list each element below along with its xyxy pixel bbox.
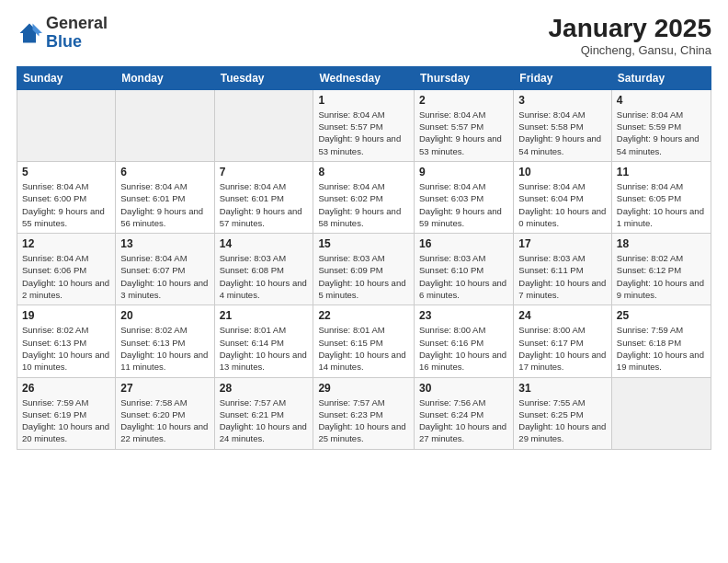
logo-icon bbox=[17, 20, 42, 46]
logo: General Blue bbox=[17, 15, 108, 52]
day-info: Sunrise: 8:03 AM Sunset: 6:11 PM Dayligh… bbox=[518, 252, 607, 301]
day-cell-w2-d5: 9Sunrise: 8:04 AM Sunset: 6:03 PM Daylig… bbox=[415, 161, 514, 233]
day-cell-w2-d6: 10Sunrise: 8:04 AM Sunset: 6:04 PM Dayli… bbox=[514, 161, 612, 233]
day-info: Sunrise: 8:04 AM Sunset: 6:01 PM Dayligh… bbox=[220, 180, 309, 229]
day-number: 31 bbox=[518, 382, 607, 395]
day-cell-w4-d5: 23Sunrise: 8:00 AM Sunset: 6:16 PM Dayli… bbox=[415, 305, 514, 377]
day-info: Sunrise: 8:00 AM Sunset: 6:17 PM Dayligh… bbox=[518, 324, 607, 373]
day-cell-w5-d2: 27Sunrise: 7:58 AM Sunset: 6:20 PM Dayli… bbox=[116, 377, 214, 449]
day-number: 18 bbox=[617, 237, 706, 250]
day-cell-w3-d2: 13Sunrise: 8:04 AM Sunset: 6:07 PM Dayli… bbox=[116, 234, 214, 305]
day-number: 28 bbox=[220, 382, 309, 395]
day-number: 5 bbox=[22, 166, 110, 178]
day-number: 30 bbox=[419, 382, 508, 395]
day-cell-w3-d1: 12Sunrise: 8:04 AM Sunset: 6:06 PM Dayli… bbox=[17, 234, 116, 305]
day-number: 3 bbox=[518, 94, 607, 107]
day-cell-w4-d1: 19Sunrise: 8:02 AM Sunset: 6:13 PM Dayli… bbox=[17, 305, 116, 377]
col-thursday: Thursday bbox=[415, 66, 514, 89]
day-number: 11 bbox=[617, 166, 706, 178]
day-info: Sunrise: 7:55 AM Sunset: 6:25 PM Dayligh… bbox=[518, 396, 607, 445]
day-number: 24 bbox=[518, 309, 607, 322]
day-number: 10 bbox=[518, 166, 607, 178]
day-number: 14 bbox=[220, 237, 309, 250]
day-number: 12 bbox=[22, 237, 110, 250]
col-monday: Monday bbox=[116, 66, 214, 89]
day-cell-w1-d6: 3Sunrise: 8:04 AM Sunset: 5:58 PM Daylig… bbox=[514, 89, 612, 161]
logo-text: General Blue bbox=[46, 15, 108, 52]
day-number: 16 bbox=[419, 237, 508, 250]
day-cell-w4-d4: 22Sunrise: 8:01 AM Sunset: 6:15 PM Dayli… bbox=[313, 305, 415, 377]
day-cell-w2-d7: 11Sunrise: 8:04 AM Sunset: 6:05 PM Dayli… bbox=[611, 161, 711, 233]
day-info: Sunrise: 8:04 AM Sunset: 6:07 PM Dayligh… bbox=[120, 252, 209, 301]
day-cell-w2-d1: 5Sunrise: 8:04 AM Sunset: 6:00 PM Daylig… bbox=[17, 161, 116, 233]
day-number: 29 bbox=[318, 382, 409, 395]
day-number: 1 bbox=[318, 94, 409, 107]
logo-blue-text: Blue bbox=[46, 32, 82, 51]
day-number: 17 bbox=[518, 237, 607, 250]
week-row-4: 19Sunrise: 8:02 AM Sunset: 6:13 PM Dayli… bbox=[17, 305, 711, 377]
day-cell-w5-d6: 31Sunrise: 7:55 AM Sunset: 6:25 PM Dayli… bbox=[514, 377, 612, 449]
day-info: Sunrise: 8:01 AM Sunset: 6:15 PM Dayligh… bbox=[318, 324, 409, 373]
day-number: 22 bbox=[318, 309, 409, 322]
day-number: 19 bbox=[22, 309, 110, 322]
page: General Blue January 2025 Qincheng, Gans… bbox=[0, 0, 728, 563]
day-info: Sunrise: 8:04 AM Sunset: 6:04 PM Dayligh… bbox=[518, 180, 607, 229]
header: General Blue January 2025 Qincheng, Gans… bbox=[17, 15, 711, 57]
day-info: Sunrise: 8:04 AM Sunset: 6:05 PM Dayligh… bbox=[617, 180, 706, 229]
day-info: Sunrise: 8:04 AM Sunset: 6:01 PM Dayligh… bbox=[120, 180, 209, 229]
col-saturday: Saturday bbox=[611, 66, 711, 89]
day-cell-w5-d1: 26Sunrise: 7:59 AM Sunset: 6:19 PM Dayli… bbox=[17, 377, 116, 449]
week-row-1: 1Sunrise: 8:04 AM Sunset: 5:57 PM Daylig… bbox=[17, 89, 711, 161]
day-cell-w4-d2: 20Sunrise: 8:02 AM Sunset: 6:13 PM Dayli… bbox=[116, 305, 214, 377]
day-cell-w5-d4: 29Sunrise: 7:57 AM Sunset: 6:23 PM Dayli… bbox=[313, 377, 415, 449]
col-sunday: Sunday bbox=[17, 66, 116, 89]
day-info: Sunrise: 8:04 AM Sunset: 5:57 PM Dayligh… bbox=[419, 109, 508, 157]
day-cell-w1-d1 bbox=[17, 89, 116, 161]
day-number: 2 bbox=[419, 94, 508, 107]
day-info: Sunrise: 8:04 AM Sunset: 6:00 PM Dayligh… bbox=[22, 180, 110, 229]
week-row-2: 5Sunrise: 8:04 AM Sunset: 6:00 PM Daylig… bbox=[17, 161, 711, 233]
day-info: Sunrise: 8:04 AM Sunset: 5:57 PM Dayligh… bbox=[318, 109, 409, 157]
day-cell-w3-d6: 17Sunrise: 8:03 AM Sunset: 6:11 PM Dayli… bbox=[514, 234, 612, 305]
title-area: January 2025 Qincheng, Gansu, China bbox=[549, 15, 711, 57]
day-cell-w1-d2 bbox=[116, 89, 214, 161]
day-number: 27 bbox=[120, 382, 209, 395]
day-info: Sunrise: 8:03 AM Sunset: 6:10 PM Dayligh… bbox=[419, 252, 508, 301]
day-info: Sunrise: 8:01 AM Sunset: 6:14 PM Dayligh… bbox=[220, 324, 309, 373]
day-number: 26 bbox=[22, 382, 110, 395]
calendar: Sunday Monday Tuesday Wednesday Thursday… bbox=[17, 66, 711, 450]
col-wednesday: Wednesday bbox=[313, 66, 415, 89]
col-tuesday: Tuesday bbox=[214, 66, 313, 89]
day-cell-w2-d3: 7Sunrise: 8:04 AM Sunset: 6:01 PM Daylig… bbox=[214, 161, 313, 233]
week-row-5: 26Sunrise: 7:59 AM Sunset: 6:19 PM Dayli… bbox=[17, 377, 711, 449]
week-row-3: 12Sunrise: 8:04 AM Sunset: 6:06 PM Dayli… bbox=[17, 234, 711, 305]
day-info: Sunrise: 8:03 AM Sunset: 6:08 PM Dayligh… bbox=[220, 252, 309, 301]
day-info: Sunrise: 8:04 AM Sunset: 5:59 PM Dayligh… bbox=[617, 109, 706, 157]
day-cell-w4-d3: 21Sunrise: 8:01 AM Sunset: 6:14 PM Dayli… bbox=[214, 305, 313, 377]
day-cell-w2-d2: 6Sunrise: 8:04 AM Sunset: 6:01 PM Daylig… bbox=[116, 161, 214, 233]
day-info: Sunrise: 8:04 AM Sunset: 6:06 PM Dayligh… bbox=[22, 252, 110, 301]
day-info: Sunrise: 7:56 AM Sunset: 6:24 PM Dayligh… bbox=[419, 396, 508, 445]
day-number: 20 bbox=[120, 309, 209, 322]
day-info: Sunrise: 7:59 AM Sunset: 6:19 PM Dayligh… bbox=[22, 396, 110, 445]
day-number: 25 bbox=[617, 309, 706, 322]
calendar-header-row: Sunday Monday Tuesday Wednesday Thursday… bbox=[17, 66, 711, 89]
day-cell-w4-d7: 25Sunrise: 7:59 AM Sunset: 6:18 PM Dayli… bbox=[611, 305, 711, 377]
day-info: Sunrise: 7:59 AM Sunset: 6:18 PM Dayligh… bbox=[617, 324, 706, 373]
day-number: 15 bbox=[318, 237, 409, 250]
day-info: Sunrise: 8:03 AM Sunset: 6:09 PM Dayligh… bbox=[318, 252, 409, 301]
day-cell-w1-d7: 4Sunrise: 8:04 AM Sunset: 5:59 PM Daylig… bbox=[611, 89, 711, 161]
day-number: 6 bbox=[120, 166, 209, 178]
day-info: Sunrise: 8:04 AM Sunset: 6:03 PM Dayligh… bbox=[419, 180, 508, 229]
day-number: 4 bbox=[617, 94, 706, 107]
day-cell-w1-d4: 1Sunrise: 8:04 AM Sunset: 5:57 PM Daylig… bbox=[313, 89, 415, 161]
day-cell-w5-d3: 28Sunrise: 7:57 AM Sunset: 6:21 PM Dayli… bbox=[214, 377, 313, 449]
day-number: 21 bbox=[220, 309, 309, 322]
day-number: 23 bbox=[419, 309, 508, 322]
day-number: 9 bbox=[419, 166, 508, 178]
day-cell-w3-d4: 15Sunrise: 8:03 AM Sunset: 6:09 PM Dayli… bbox=[313, 234, 415, 305]
logo-general-text: General bbox=[46, 14, 108, 32]
day-cell-w3-d7: 18Sunrise: 8:02 AM Sunset: 6:12 PM Dayli… bbox=[611, 234, 711, 305]
day-number: 7 bbox=[220, 166, 309, 178]
day-cell-w1-d3 bbox=[214, 89, 313, 161]
